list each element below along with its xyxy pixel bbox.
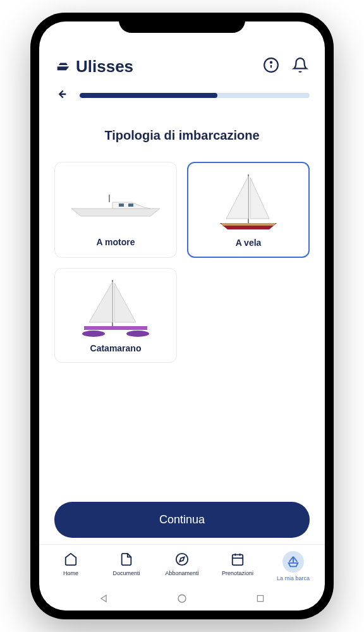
back-button[interactable] — [54, 88, 70, 103]
cta-area: Continua — [39, 495, 325, 544]
document-icon — [118, 551, 135, 568]
option-motorboat[interactable]: A motore — [54, 162, 177, 258]
svg-rect-9 — [84, 326, 147, 330]
svg-point-12 — [176, 554, 188, 565]
nav-abbonamenti[interactable]: Abbonamenti — [154, 551, 210, 581]
nav-miabarca[interactable]: La mia barca — [265, 551, 321, 581]
bell-icon — [292, 57, 308, 76]
option-label: Catamarano — [90, 343, 142, 353]
header-actions — [262, 57, 310, 76]
svg-rect-5 — [128, 204, 133, 207]
svg-rect-4 — [119, 204, 124, 207]
svg-point-2 — [270, 62, 272, 63]
android-recents[interactable] — [255, 593, 266, 604]
app-header: Ulisses — [39, 50, 325, 82]
svg-rect-14 — [233, 555, 243, 566]
nav-label: Abbonamenti — [165, 570, 198, 576]
svg-rect-19 — [257, 595, 263, 601]
svg-point-10 — [82, 331, 105, 337]
nav-home[interactable]: Home — [43, 551, 99, 581]
arrow-left-icon — [54, 87, 68, 104]
info-icon — [263, 57, 279, 76]
home-icon — [63, 551, 79, 568]
phone-notch — [119, 13, 245, 33]
boat-icon — [282, 551, 304, 573]
svg-marker-13 — [179, 557, 184, 561]
android-home[interactable] — [176, 593, 188, 604]
option-label: A motore — [97, 237, 135, 247]
svg-point-11 — [126, 331, 149, 337]
option-catamaran[interactable]: Catamarano — [54, 268, 177, 363]
motorboat-icon — [68, 174, 163, 231]
catamaran-icon — [78, 280, 154, 337]
svg-point-18 — [178, 595, 186, 602]
bottom-nav: Home Documenti Abbonamenti — [39, 544, 325, 585]
nav-label: Home — [63, 570, 78, 576]
notifications-button[interactable] — [291, 57, 310, 76]
android-system-bar — [39, 585, 325, 611]
phone-frame: Ulisses — [30, 13, 334, 619]
progress-row — [39, 82, 325, 109]
option-label: A vela — [236, 238, 262, 248]
progress-fill — [80, 93, 217, 98]
continue-button[interactable]: Continua — [54, 502, 310, 538]
nav-label: La mia barca — [277, 575, 310, 581]
compass-icon — [174, 551, 190, 568]
logo-icon — [54, 56, 72, 76]
nav-label: Prenotazioni — [222, 570, 253, 576]
nav-label: Documenti — [112, 570, 140, 576]
android-back[interactable] — [98, 593, 109, 604]
info-button[interactable] — [262, 57, 281, 76]
app-logo[interactable]: Ulisses — [54, 56, 133, 76]
phone-screen: Ulisses — [39, 21, 325, 611]
option-sailboat[interactable]: A vela — [187, 162, 310, 258]
nav-documenti[interactable]: Documenti — [99, 551, 154, 581]
main-content: Tipologia di imbarcazione — [39, 109, 325, 495]
calendar-icon — [229, 551, 246, 568]
sailboat-icon — [214, 174, 283, 231]
boat-type-grid: A motore A ve — [54, 162, 310, 363]
nav-prenotazioni[interactable]: Prenotazioni — [210, 551, 265, 581]
logo-text: Ulisses — [76, 57, 133, 76]
page-title: Tipologia di imbarcazione — [54, 128, 310, 143]
progress-bar — [80, 93, 310, 98]
